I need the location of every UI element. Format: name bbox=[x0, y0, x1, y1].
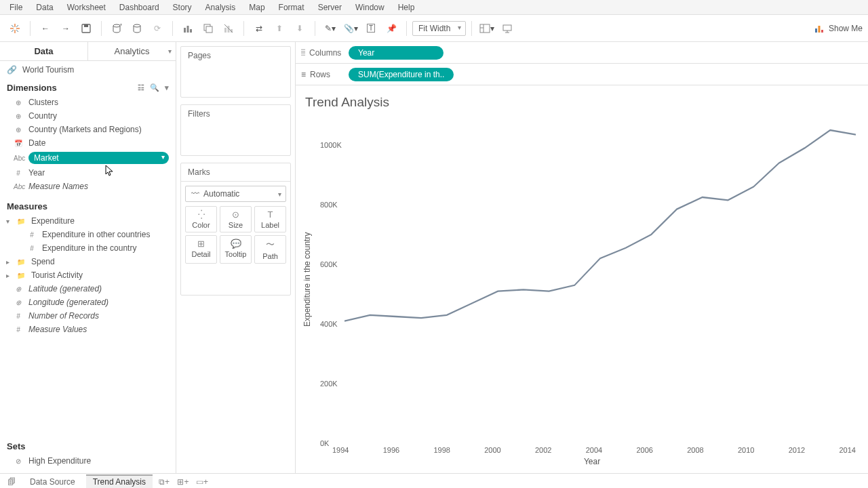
presentation-icon[interactable] bbox=[498, 19, 517, 38]
cards-icon[interactable]: ▾ bbox=[477, 19, 496, 38]
measure-spend[interactable]: ▸📁Spend bbox=[0, 255, 176, 268]
field-type-icon: ⊕ bbox=[14, 113, 23, 120]
view-list-icon[interactable]: ☷ bbox=[138, 83, 144, 92]
field-label: Country bbox=[28, 111, 57, 121]
dimension-measure-names[interactable]: AbcMeasure Names bbox=[0, 180, 176, 193]
new-story-tab-icon[interactable]: ▭+ bbox=[195, 477, 210, 487]
measure-expenditure-in-the-country[interactable]: #Expenditure in the country bbox=[0, 241, 176, 255]
new-datasource-icon[interactable]: + bbox=[107, 19, 126, 38]
svg-rect-14 bbox=[187, 26, 189, 33]
set-high-expenditure[interactable]: ⊘High Expenditure bbox=[0, 454, 176, 468]
new-worksheet-tab-icon[interactable]: ⧉+ bbox=[157, 477, 172, 487]
expand-icon[interactable]: ▸ bbox=[4, 272, 11, 279]
field-label: Spend bbox=[31, 257, 55, 266]
columns-shelf[interactable]: ⦙⦙⦙Columns Year bbox=[296, 42, 868, 64]
filters-card[interactable]: Filters bbox=[180, 104, 291, 156]
columns-pill[interactable]: Year bbox=[349, 46, 443, 60]
tab-sheet-current[interactable]: Trend Analysis bbox=[86, 474, 153, 489]
rows-pill[interactable]: SUM(Expenditure in th.. bbox=[349, 68, 454, 81]
clear-icon[interactable] bbox=[219, 19, 238, 38]
menu-dashboard[interactable]: Dashboard bbox=[113, 1, 166, 14]
datasource-tab-icon[interactable]: 🗐 bbox=[4, 477, 19, 487]
field-type-icon: 📁 bbox=[16, 218, 26, 225]
field-label: Year bbox=[28, 168, 45, 178]
expand-icon[interactable]: ▸ bbox=[4, 258, 11, 266]
new-dashboard-tab-icon[interactable]: ⊞+ bbox=[176, 477, 191, 487]
measure-number-of-records[interactable]: #Number of Records bbox=[0, 309, 176, 323]
tableau-logo-icon[interactable] bbox=[5, 19, 24, 38]
group-icon[interactable]: 📎▾ bbox=[341, 19, 360, 38]
menu-data[interactable]: Data bbox=[29, 1, 60, 14]
field-label: Number of Records bbox=[28, 311, 99, 321]
svg-rect-25 bbox=[503, 25, 511, 30]
measure-expenditure-in-other-countries[interactable]: #Expenditure in other countries bbox=[0, 228, 176, 241]
mark-type-dropdown[interactable]: 〰 Automatic bbox=[185, 186, 286, 202]
menu-server[interactable]: Server bbox=[311, 1, 349, 14]
marks-path[interactable]: 〜Path bbox=[254, 235, 286, 264]
showme-icon bbox=[814, 23, 825, 34]
menu-dropdown-icon[interactable]: ▾ bbox=[165, 83, 169, 92]
sort-desc-icon[interactable]: ⬇ bbox=[290, 19, 309, 38]
menu-format[interactable]: Format bbox=[272, 1, 311, 14]
datasource-row[interactable]: 🔗 World Tourism bbox=[0, 61, 176, 79]
menu-analysis[interactable]: Analysis bbox=[199, 1, 243, 14]
menu-worksheet[interactable]: Worksheet bbox=[60, 1, 113, 14]
menu-window[interactable]: Window bbox=[349, 1, 391, 14]
sort-asc-icon[interactable]: ⬆ bbox=[270, 19, 289, 38]
tab-data[interactable]: Data bbox=[0, 42, 87, 60]
pin-icon[interactable]: 📌 bbox=[382, 19, 401, 38]
menu-story[interactable]: Story bbox=[166, 1, 199, 14]
dimension-clusters[interactable]: ⊕Clusters bbox=[0, 96, 176, 109]
pages-card[interactable]: Pages bbox=[180, 46, 291, 98]
undo-icon[interactable]: ← bbox=[36, 19, 55, 38]
measure-tourist-activity[interactable]: ▸📁Tourist Activity bbox=[0, 268, 176, 282]
field-label: High Expenditure bbox=[28, 456, 91, 466]
measure-latitude-generated-[interactable]: ⊕Latitude (generated) bbox=[0, 282, 176, 296]
x-tick: 1996 bbox=[383, 446, 399, 454]
measure-longitude-generated-[interactable]: ⊕Longitude (generated) bbox=[0, 296, 176, 309]
new-worksheet-icon[interactable] bbox=[178, 19, 197, 38]
highlight-icon[interactable]: ✎▾ bbox=[321, 19, 340, 38]
svg-line-6 bbox=[16, 25, 18, 27]
dimension-country[interactable]: ⊕Country bbox=[0, 109, 176, 123]
tab-analytics[interactable]: Analytics▾ bbox=[87, 42, 176, 60]
expand-icon[interactable]: ▾ bbox=[4, 218, 11, 225]
dimension-date[interactable]: 📅Date bbox=[0, 136, 176, 150]
measures-header: Measures bbox=[7, 201, 47, 211]
columns-label: Columns bbox=[309, 48, 341, 58]
x-tick: 2000 bbox=[484, 446, 500, 454]
line-chart bbox=[344, 115, 856, 443]
fit-dropdown[interactable]: Fit Width bbox=[412, 21, 466, 36]
menu-map[interactable]: Map bbox=[242, 1, 271, 14]
chart-plot[interactable]: 0K200K400K600K800K1000K bbox=[313, 115, 856, 443]
marks-size[interactable]: ⊙Size bbox=[220, 206, 252, 232]
sheet-tabs-bar: 🗐 Data Source Trend Analysis ⧉+ ⊞+ ▭+ bbox=[0, 473, 868, 488]
dimension-market[interactable]: AbcMarket bbox=[0, 150, 176, 166]
pause-icon[interactable] bbox=[127, 19, 146, 38]
menu-file[interactable]: File bbox=[3, 1, 29, 14]
dimension-country-markets-and-regions-[interactable]: ⊕Country (Markets and Regions) bbox=[0, 123, 176, 136]
marks-detail[interactable]: ⊞Detail bbox=[185, 235, 217, 264]
show-me-button[interactable]: Show Me bbox=[814, 23, 863, 34]
marks-card: Marks 〰 Automatic ⁛Color ⊙Size TLabel ⊞D… bbox=[180, 163, 291, 296]
tab-datasource[interactable]: Data Source bbox=[23, 474, 82, 489]
marks-title: Marks bbox=[181, 163, 290, 182]
save-icon[interactable] bbox=[77, 19, 96, 38]
label-icon[interactable]: T bbox=[361, 19, 380, 38]
marks-label[interactable]: TLabel bbox=[254, 206, 286, 232]
measure-measure-values[interactable]: #Measure Values bbox=[0, 323, 176, 336]
marks-tooltip[interactable]: 💬Tooltip bbox=[220, 235, 252, 264]
measure-expenditure[interactable]: ▾📁Expenditure bbox=[0, 214, 176, 228]
dimension-year[interactable]: #Year bbox=[0, 166, 176, 180]
duplicate-icon[interactable] bbox=[199, 19, 218, 38]
menu-help[interactable]: Help bbox=[391, 1, 422, 14]
datasource-label: World Tourism bbox=[22, 65, 74, 75]
rows-shelf[interactable]: ≡Rows SUM(Expenditure in th.. bbox=[296, 64, 868, 85]
marks-color[interactable]: ⁛Color bbox=[185, 206, 217, 232]
detail-icon: ⊞ bbox=[187, 239, 215, 249]
search-icon[interactable]: 🔍 bbox=[150, 83, 159, 92]
chart-title[interactable]: Trend Analysis bbox=[305, 95, 856, 110]
redo-icon[interactable]: → bbox=[56, 19, 75, 38]
swap-icon[interactable]: ⇄ bbox=[250, 19, 269, 38]
refresh-icon[interactable]: ⟳ bbox=[148, 19, 167, 38]
